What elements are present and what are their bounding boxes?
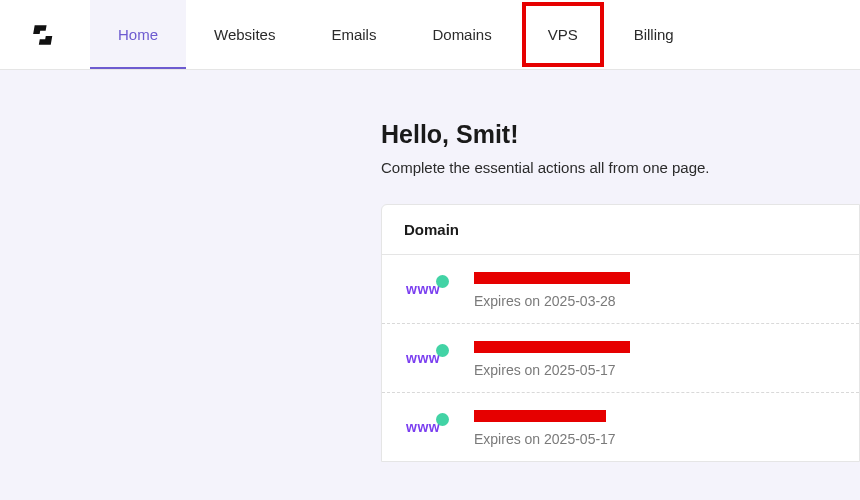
nav-billing[interactable]: Billing xyxy=(606,0,702,69)
nav-home[interactable]: Home xyxy=(90,0,186,69)
content: Hello, Smit! Complete the essential acti… xyxy=(0,70,860,462)
www-icon: www xyxy=(406,349,456,367)
nav: Home Websites Emails Domains VPS Billing xyxy=(90,0,702,69)
redacted-domain-name xyxy=(474,341,630,353)
greeting-area: Hello, Smit! Complete the essential acti… xyxy=(381,120,860,176)
redacted-domain-name xyxy=(474,272,630,284)
www-text: www xyxy=(406,281,440,297)
domain-row[interactable]: www Expires on 2025-03-28 xyxy=(382,255,859,324)
redacted-domain-name xyxy=(474,410,606,422)
domain-row[interactable]: www Expires on 2025-05-17 xyxy=(382,324,859,393)
domain-info: Expires on 2025-03-28 xyxy=(474,269,837,309)
www-icon: www xyxy=(406,418,456,436)
status-dot-icon xyxy=(436,344,449,357)
status-dot-icon xyxy=(436,413,449,426)
logo-box xyxy=(0,0,90,69)
topbar: Home Websites Emails Domains VPS Billing xyxy=(0,0,860,70)
status-dot-icon xyxy=(436,275,449,288)
domain-card: Domain www Expires on 2025-03-28 www Exp… xyxy=(381,204,860,462)
expires-label: Expires on 2025-03-28 xyxy=(474,293,837,309)
www-icon: www xyxy=(406,280,456,298)
www-text: www xyxy=(406,350,440,366)
nav-domains[interactable]: Domains xyxy=(404,0,519,69)
nav-vps[interactable]: VPS xyxy=(520,0,606,69)
logo-icon xyxy=(32,22,58,48)
page-subtitle: Complete the essential actions all from … xyxy=(381,159,860,176)
www-text: www xyxy=(406,419,440,435)
nav-emails[interactable]: Emails xyxy=(303,0,404,69)
domain-row[interactable]: www Expires on 2025-05-17 xyxy=(382,393,859,461)
domain-info: Expires on 2025-05-17 xyxy=(474,407,837,447)
expires-label: Expires on 2025-05-17 xyxy=(474,362,837,378)
expires-label: Expires on 2025-05-17 xyxy=(474,431,837,447)
card-header: Domain xyxy=(382,205,859,255)
nav-websites[interactable]: Websites xyxy=(186,0,303,69)
domain-info: Expires on 2025-05-17 xyxy=(474,338,837,378)
page-title: Hello, Smit! xyxy=(381,120,860,149)
